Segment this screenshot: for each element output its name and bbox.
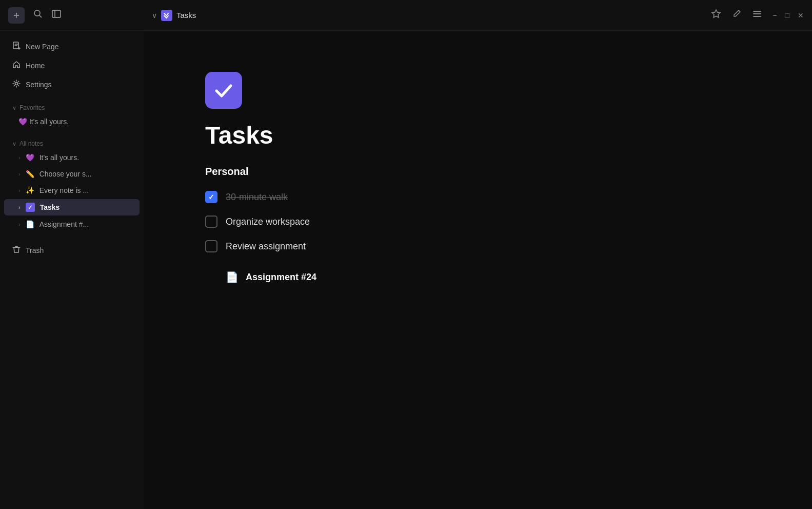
expand-icon-0: › xyxy=(18,154,21,161)
settings-button[interactable]: Settings xyxy=(4,75,140,93)
main-layout: New Page Home Settings ∨ Favorites xyxy=(0,31,812,509)
home-label: Home xyxy=(26,62,45,70)
expand-icon-4: › xyxy=(18,221,21,227)
expand-icon-1: › xyxy=(18,171,21,177)
sub-task-doc-icon: 📄 xyxy=(226,271,239,283)
task-label-2: Review assignment xyxy=(226,241,306,252)
titlebar: ∨ Tasks − □ ✕ xyxy=(0,0,812,31)
menu-button[interactable] xyxy=(752,9,762,22)
page-title-header: Tasks xyxy=(176,11,196,19)
titlebar-left xyxy=(8,7,152,24)
star-button[interactable] xyxy=(711,9,721,22)
sub-task-label: Assignment #24 xyxy=(246,272,316,283)
spacer4 xyxy=(0,237,144,241)
search-icon[interactable] xyxy=(33,9,43,22)
minimize-button[interactable]: − xyxy=(773,11,777,19)
spacer2 xyxy=(0,130,144,134)
sidebar-toggle-icon[interactable] xyxy=(51,9,62,22)
sidebar-item-1[interactable]: › ✏️ Choose your s... xyxy=(4,166,140,182)
expand-icon-3: › xyxy=(18,204,21,210)
home-icon xyxy=(12,61,21,70)
checkbox-2[interactable] xyxy=(205,240,217,252)
trash-icon xyxy=(12,245,21,255)
page-icon-wrapper xyxy=(205,72,750,109)
favorites-item-label: 💜 It's all yours. xyxy=(18,118,69,126)
all-notes-label: All notes xyxy=(19,140,43,147)
content-area: Tasks Personal 30-minute walk Organize w… xyxy=(144,31,812,509)
titlebar-right: − □ ✕ xyxy=(711,9,804,22)
checkbox-0[interactable] xyxy=(205,191,217,203)
sidebar-item-2[interactable]: › ✨ Every note is ... xyxy=(4,183,140,198)
trash-label: Trash xyxy=(26,246,44,254)
spacer3 xyxy=(0,232,144,237)
svg-rect-2 xyxy=(52,10,61,17)
titlebar-center: ∨ Tasks xyxy=(152,10,711,21)
favorites-section[interactable]: ∨ Favorites xyxy=(4,100,140,113)
new-page-button[interactable]: New Page xyxy=(4,37,140,55)
trash-button[interactable]: Trash xyxy=(4,241,140,259)
new-page-icon xyxy=(12,42,21,51)
window-controls: − □ ✕ xyxy=(773,11,804,19)
note-label-0: It's all yours. xyxy=(39,153,79,162)
page-title: Tasks xyxy=(205,121,750,149)
checkbox-1[interactable] xyxy=(205,216,217,228)
chevron-icon: ∨ xyxy=(152,11,157,19)
page-icon xyxy=(205,72,242,109)
expand-icon-2: › xyxy=(18,187,21,193)
settings-label: Settings xyxy=(26,81,52,89)
sidebar-item-3[interactable]: › ✓ Tasks xyxy=(4,199,140,216)
task-list: 30-minute walk Organize workspace Review… xyxy=(205,186,750,258)
note-label-2: Every note is ... xyxy=(39,186,89,194)
svg-point-4 xyxy=(15,83,18,85)
edit-button[interactable] xyxy=(731,9,742,22)
favorites-item[interactable]: 💜 It's all yours. xyxy=(4,114,140,129)
app-icon xyxy=(8,7,25,24)
settings-icon xyxy=(12,80,21,89)
note-icon-2: ✨ xyxy=(26,186,34,194)
task-item-1: Organize workspace xyxy=(205,210,750,233)
favorites-chevron: ∨ xyxy=(12,105,16,111)
all-notes-chevron: ∨ xyxy=(12,141,16,147)
note-icon-3: ✓ xyxy=(26,203,35,212)
note-label-1: Choose your s... xyxy=(39,170,92,178)
note-icon-1: ✏️ xyxy=(26,170,34,178)
sidebar-item-4[interactable]: › 📄 Assignment #... xyxy=(4,217,140,232)
task-label-0: 30-minute walk xyxy=(226,192,288,203)
task-item-2: Review assignment xyxy=(205,235,750,258)
spacer1 xyxy=(0,94,144,98)
sidebar-item-0[interactable]: › 💜 It's all yours. xyxy=(4,150,140,165)
note-icon-0: 💜 xyxy=(26,153,34,162)
page-doc-icon xyxy=(161,10,172,21)
all-notes-section[interactable]: ∨ All notes xyxy=(4,136,140,149)
note-icon-4: 📄 xyxy=(26,220,34,228)
sidebar: New Page Home Settings ∨ Favorites xyxy=(0,31,144,509)
task-item-0: 30-minute walk xyxy=(205,186,750,208)
maximize-button[interactable]: □ xyxy=(785,11,789,19)
new-page-label: New Page xyxy=(26,43,59,51)
note-label-3: Tasks xyxy=(40,203,60,211)
task-label-1: Organize workspace xyxy=(226,217,310,227)
favorites-label: Favorites xyxy=(19,104,45,111)
svg-point-1 xyxy=(34,10,40,16)
sub-task-item: 📄 Assignment #24 xyxy=(205,266,750,288)
home-button[interactable]: Home xyxy=(4,56,140,74)
personal-section-title: Personal xyxy=(205,166,750,178)
close-button[interactable]: ✕ xyxy=(798,11,804,19)
note-label-4: Assignment #... xyxy=(39,220,89,228)
